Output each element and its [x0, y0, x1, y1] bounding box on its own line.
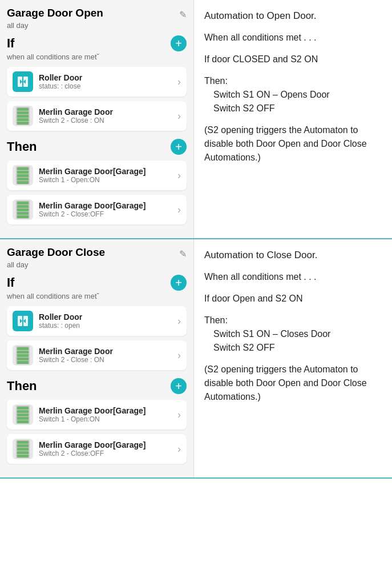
device-row-roller-open[interactable]: Roller Door status: : close ›: [7, 67, 187, 97]
svg-rect-19: [17, 208, 29, 211]
svg-rect-36: [17, 417, 29, 420]
then-device-row-1-open[interactable]: Merlin Garage Door[Garage] Switch 1 - Op…: [7, 160, 187, 190]
svg-rect-33: [17, 407, 29, 410]
then-device-info-1-open: Merlin Garage Door[Garage] Switch 1 - Op…: [39, 167, 146, 184]
device-left-roller-open: Roller Door status: : close: [13, 71, 82, 92]
svg-rect-20: [17, 212, 29, 215]
if-row-close: If +: [7, 275, 187, 291]
chevron-roller-close: ›: [177, 315, 181, 327]
svg-rect-11: [17, 167, 29, 170]
svg-rect-42: [17, 451, 29, 454]
then-device-row-1-close[interactable]: Merlin Garage Door[Garage] Switch 1 - Op…: [7, 400, 187, 429]
chevron-roller-open: ›: [177, 76, 181, 88]
merlin-condition-name-close: Merlin Garage Door: [39, 347, 113, 356]
then-row-close: Then +: [7, 378, 187, 394]
add-condition-button-open[interactable]: +: [171, 35, 187, 51]
edit-icon-open[interactable]: ✎: [179, 9, 187, 20]
chevron-then-1-close: ›: [177, 409, 181, 421]
right-when-close: When all conditions met . . .: [204, 270, 382, 284]
right-panel-open: Automation to Open Door. When all condit…: [194, 0, 392, 238]
svg-rect-29: [17, 354, 29, 357]
automation-title-row-close: Garage Door Close ✎: [7, 246, 187, 259]
then-device-name-2-close: Merlin Garage Door[Garage]: [39, 440, 146, 449]
edit-icon-close[interactable]: ✎: [179, 248, 187, 259]
right-then-label-close: Then:: [204, 315, 228, 325]
roller-door-name-open: Roller Door: [39, 73, 82, 82]
then-device-info-2-open: Merlin Garage Door[Garage] Switch 2 - Cl…: [39, 201, 146, 218]
then-device-info-1-close: Merlin Garage Door[Garage] Switch 1 - Op…: [39, 406, 146, 423]
right-then-s2-close: Switch S2 OFF: [204, 343, 275, 352]
right-title-open: Automation to Open Door.: [204, 9, 382, 23]
right-panel-close: Automation to Close Door. When all condi…: [194, 239, 392, 477]
roller-door-icon-close: [13, 311, 33, 331]
device-info-roller-close: Roller Door status: : open: [39, 312, 82, 330]
right-note-open: (S2 opening triggers the Automaton to di…: [204, 123, 382, 164]
device-info-roller-open: Roller Door status: : close: [39, 73, 82, 90]
then-device-sub-2-open: Switch 2 - Close:OFF: [39, 210, 146, 218]
device-info-merlin-condition-close: Merlin Garage Door Switch 2 - Close : ON: [39, 347, 113, 364]
chevron-then-2-close: ›: [177, 443, 181, 455]
merlin-condition-name-open: Merlin Garage Door: [39, 107, 113, 117]
all-day-close: all day: [7, 260, 187, 269]
then-device-name-2-open: Merlin Garage Door[Garage]: [39, 201, 146, 210]
then-device-left-2-close: Merlin Garage Door[Garage] Switch 2 - Cl…: [13, 439, 146, 459]
right-then-s2-open: Switch S2 OFF: [204, 103, 275, 113]
device-row-roller-close[interactable]: Roller Door status: : open ›: [7, 306, 187, 336]
roller-door-icon-open: [13, 71, 33, 92]
svg-rect-35: [17, 414, 29, 416]
conditions-text-close: when all conditions are metˇ: [7, 292, 187, 300]
then-garage-icon-2-open: [13, 199, 33, 220]
then-device-name-1-close: Merlin Garage Door[Garage]: [39, 406, 146, 415]
left-panel-open: Garage Door Open ✎ all day If + when all…: [0, 0, 194, 238]
then-label-open: Then: [7, 139, 37, 154]
then-device-left-1-open: Merlin Garage Door[Garage] Switch 1 - Op…: [13, 165, 146, 186]
then-garage-icon-2-close: [13, 439, 33, 459]
svg-rect-6: [17, 111, 29, 114]
svg-rect-17: [17, 202, 29, 204]
then-garage-icon-1-close: [13, 404, 33, 425]
svg-rect-27: [17, 347, 29, 350]
right-then-s1-open: Switch S1 ON – Opens Door: [204, 90, 330, 99]
svg-rect-15: [17, 181, 29, 184]
add-then-button-open[interactable]: +: [171, 139, 187, 155]
svg-rect-7: [17, 115, 29, 118]
chevron-merlin-condition-open: ›: [177, 110, 181, 122]
right-if-open: If door CLOSED and S2 ON: [204, 53, 382, 66]
then-device-info-2-close: Merlin Garage Door[Garage] Switch 2 - Cl…: [39, 440, 146, 457]
add-condition-button-close[interactable]: +: [171, 275, 187, 291]
chevron-then-2-open: ›: [177, 204, 181, 216]
svg-rect-9: [17, 122, 29, 125]
svg-rect-37: [17, 420, 29, 423]
svg-rect-34: [17, 410, 29, 413]
chevron-merlin-condition-close: ›: [177, 350, 181, 362]
roller-door-sub-close: status: : open: [39, 322, 82, 330]
svg-rect-41: [17, 448, 29, 451]
right-title-close: Automation to Close Door.: [204, 248, 382, 262]
device-row-merlin-condition-close[interactable]: Merlin Garage Door Switch 2 - Close : ON…: [7, 340, 187, 370]
then-device-row-2-close[interactable]: Merlin Garage Door[Garage] Switch 2 - Cl…: [7, 434, 187, 464]
automation-title-close: Garage Door Close: [7, 246, 105, 259]
then-device-row-2-open[interactable]: Merlin Garage Door[Garage] Switch 2 - Cl…: [7, 195, 187, 224]
merlin-condition-sub-close: Switch 2 - Close : ON: [39, 356, 113, 364]
device-left-roller-close: Roller Door status: : open: [13, 311, 82, 331]
device-left-merlin-condition-open: Merlin Garage Door Switch 2 - Close : ON: [13, 106, 113, 126]
then-device-left-2-open: Merlin Garage Door[Garage] Switch 2 - Cl…: [13, 199, 146, 220]
add-then-button-close[interactable]: +: [171, 378, 187, 394]
then-label-close: Then: [7, 379, 37, 394]
svg-rect-39: [17, 441, 29, 444]
svg-rect-43: [17, 455, 29, 457]
svg-rect-8: [17, 118, 29, 121]
section-garage-door-open: Garage Door Open ✎ all day If + when all…: [0, 0, 392, 239]
if-label-open: If: [7, 36, 14, 51]
right-note-close: (S2 opening triggers the Automaton to di…: [204, 363, 382, 404]
device-row-merlin-condition-open[interactable]: Merlin Garage Door Switch 2 - Close : ON…: [7, 101, 187, 131]
svg-rect-28: [17, 351, 29, 354]
then-device-sub-1-close: Switch 1 - Open:ON: [39, 415, 146, 423]
device-left-merlin-condition-close: Merlin Garage Door Switch 2 - Close : ON: [13, 345, 113, 366]
garage-door-icon-condition-close: [13, 345, 33, 366]
then-device-sub-1-open: Switch 1 - Open:ON: [39, 176, 146, 184]
if-row-open: If +: [7, 35, 187, 51]
then-device-sub-2-close: Switch 2 - Close:OFF: [39, 449, 146, 457]
roller-door-name-close: Roller Door: [39, 312, 82, 322]
right-then-open: Then: Switch S1 ON – Opens Door Switch S…: [204, 74, 382, 115]
